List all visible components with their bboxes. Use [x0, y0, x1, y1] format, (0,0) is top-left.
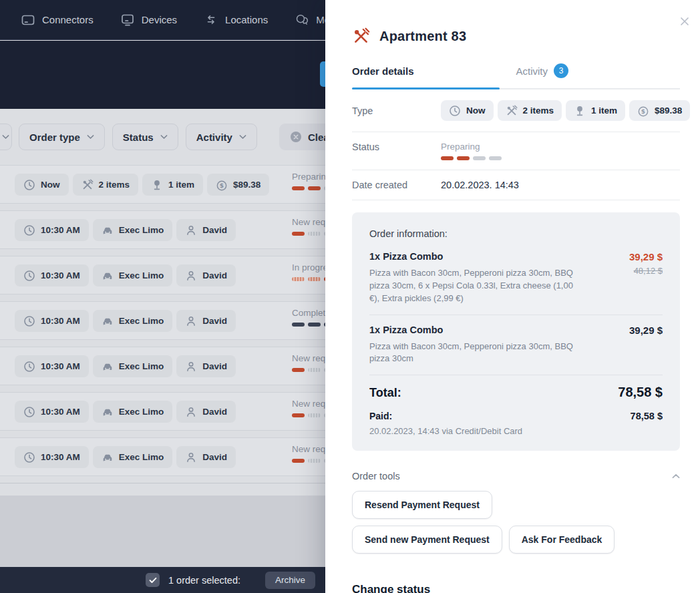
time-chip: Now — [441, 100, 494, 121]
date-created-value: 20.02.2023. 14:43 — [441, 180, 519, 190]
order-tools-header: Order tools — [352, 471, 680, 481]
status-value-block: Preparing — [441, 142, 502, 160]
order-tools-buttons: Resend Payment Request Send new Payment … — [352, 491, 633, 554]
customer-chip: David — [176, 219, 236, 241]
chevron-down-icon — [2, 134, 9, 140]
drink-icon — [574, 105, 586, 117]
clock-icon — [23, 270, 35, 282]
selection-checkbox[interactable] — [146, 573, 160, 587]
car-icon — [102, 315, 114, 327]
order-item-description: Pizza with Bacon 30cm, Pepperoni pizza 3… — [369, 341, 579, 366]
car-icon — [102, 361, 114, 373]
car-icon — [102, 224, 114, 236]
status-filter[interactable]: Status — [112, 124, 178, 150]
drawer-tabs: Order details Activity 3 — [352, 63, 680, 89]
nav-item-label: Devices — [142, 14, 177, 25]
customer-chip: David — [176, 446, 236, 468]
vehicle-chip: Exec Limo — [93, 446, 173, 468]
car-icon — [102, 406, 114, 418]
person-icon — [185, 270, 197, 282]
clock-icon — [23, 315, 35, 327]
status-label: Status — [352, 142, 441, 152]
paid-label: Paid: — [369, 411, 392, 421]
send-new-payment-request-button[interactable]: Send new Payment Request — [352, 526, 502, 554]
person-icon — [185, 406, 197, 418]
nav-item-label: Connectors — [42, 14, 94, 25]
chevron-down-icon — [160, 134, 168, 140]
app-root: Connectors Devices Locations Messag — [0, 0, 700, 593]
paid-value: 78,58 $ — [631, 411, 663, 421]
clock-icon — [449, 105, 461, 117]
customer-chip: David — [176, 355, 236, 377]
chevron-down-icon — [87, 134, 94, 140]
type-label: Type — [352, 106, 441, 116]
person-icon — [185, 224, 197, 236]
type-chips: Now 2 items 1 item $89.38 — [441, 100, 690, 121]
status-row: Status Preparing — [352, 132, 680, 170]
order-row-chips: Now 2 items 1 item $89.38 — [15, 174, 269, 196]
order-item: 1x Pizza Combo Pizza with Bacon 30cm, Pe… — [369, 325, 663, 366]
car-icon — [102, 451, 114, 463]
status-value: Preparing — [441, 142, 502, 152]
transfer-arrows-icon — [204, 13, 218, 27]
food-items-chip: 2 items — [498, 100, 562, 121]
clock-icon — [23, 179, 35, 191]
nav-item-connectors[interactable]: Connectors — [21, 13, 94, 27]
order-item-price: 39,29 $ — [599, 251, 663, 262]
time-chip: Now — [15, 174, 69, 196]
filter-label: Status — [123, 132, 154, 143]
total-value: 78,58 $ — [618, 385, 663, 400]
clock-icon — [23, 361, 35, 373]
order-row-chips: 10:30 AM Exec Limo David — [15, 401, 236, 423]
x-circle-icon — [290, 131, 302, 143]
nav-item-devices[interactable]: Devices — [120, 13, 177, 27]
resend-payment-request-button[interactable]: Resend Payment Request — [352, 491, 492, 519]
tab-label: Order details — [352, 65, 414, 77]
tab-label: Activity — [516, 65, 548, 77]
chat-icon — [295, 13, 309, 27]
archive-button[interactable]: Archive — [265, 572, 315, 589]
customer-chip: David — [176, 310, 236, 332]
vehicle-chip: Exec Limo — [93, 219, 173, 241]
total-row: Total: 78,58 $ — [369, 385, 663, 400]
status-progress — [441, 156, 502, 160]
check-icon — [149, 577, 157, 584]
drink-icon — [151, 179, 163, 191]
clock-icon — [23, 406, 35, 418]
order-details-drawer: Apartment 83 Order details Activity 3 Ty… — [325, 0, 700, 593]
time-chip: 10:30 AM — [15, 310, 89, 332]
order-item: 1x Pizza Combo Pizza with Bacon 30cm, Pe… — [369, 251, 663, 305]
filter-dropdown-partial[interactable] — [0, 124, 12, 150]
tab-order-details[interactable]: Order details — [352, 63, 516, 78]
tab-activity[interactable]: Activity 3 — [516, 63, 681, 78]
order-type-filter[interactable]: Order type — [19, 124, 105, 150]
chevron-up-icon[interactable] — [672, 473, 680, 479]
drink-items-chip: 1 item — [566, 100, 625, 121]
time-chip: 10:30 AM — [15, 401, 89, 423]
activity-filter[interactable]: Activity — [186, 124, 257, 150]
nav-item-locations[interactable]: Locations — [204, 13, 268, 27]
car-icon — [102, 270, 114, 282]
nav-item-label: Locations — [225, 14, 268, 25]
person-icon — [185, 451, 197, 463]
folder-icon — [21, 13, 35, 27]
cutlery-icon — [81, 179, 94, 191]
order-row-chips: 10:30 AM Exec Limo David — [15, 355, 236, 377]
time-chip: 10:30 AM — [15, 219, 89, 241]
order-item-title: 1x Pizza Combo — [369, 325, 579, 335]
filter-label: Activity — [196, 132, 232, 143]
divider — [369, 315, 663, 315]
person-icon — [185, 315, 197, 327]
vehicle-chip: Exec Limo — [93, 401, 173, 423]
paid-row: Paid: 78,58 $ — [369, 411, 663, 421]
close-icon[interactable] — [678, 15, 691, 28]
time-chip: 10:30 AM — [15, 355, 89, 377]
filter-label: Order type — [29, 132, 80, 143]
order-row-chips: 10:30 AM Exec Limo David — [15, 310, 236, 332]
cutlery-icon — [352, 27, 370, 45]
payment-method-info: 20.02.2023, 14:43 via Credit/Debit Card — [369, 426, 663, 436]
change-status-heading: Change status — [352, 583, 680, 593]
ask-for-feedback-button[interactable]: Ask For Feedback — [509, 526, 615, 554]
clock-icon — [23, 451, 35, 463]
chevron-down-icon — [239, 134, 246, 140]
